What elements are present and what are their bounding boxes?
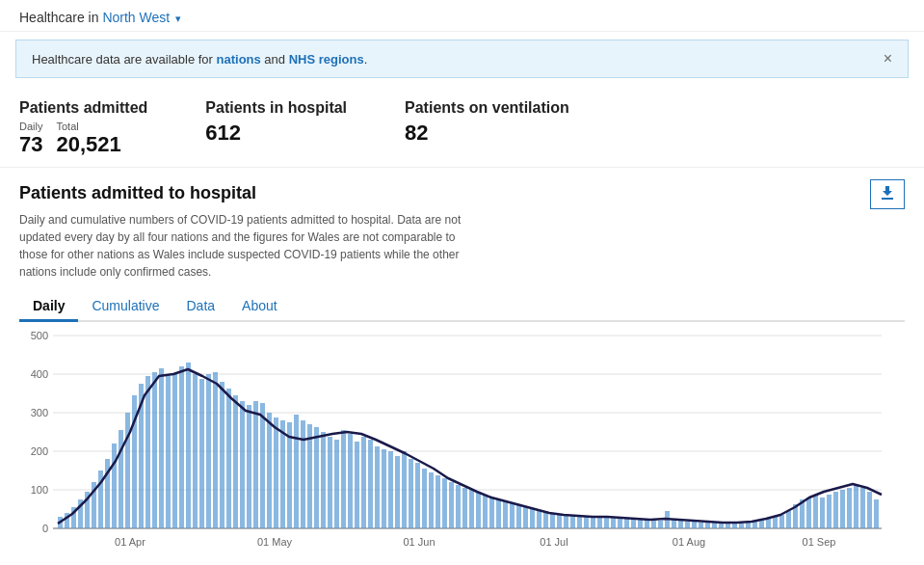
svg-rect-70 (402, 451, 407, 528)
svg-rect-67 (382, 449, 386, 528)
svg-rect-52 (280, 420, 285, 528)
tab-data[interactable]: Data (173, 292, 229, 322)
svg-rect-74 (429, 472, 434, 528)
svg-rect-90 (537, 511, 541, 528)
svg-rect-48 (253, 401, 258, 528)
svg-rect-132 (820, 498, 825, 528)
svg-rect-78 (456, 485, 461, 528)
svg-rect-47 (247, 405, 251, 528)
svg-rect-135 (840, 490, 845, 528)
svg-rect-99 (597, 517, 602, 528)
svg-text:200: 200 (31, 445, 48, 457)
stat-admitted: Patients admitted Daily 73 Total 20,521 (19, 99, 147, 157)
nhs-regions-link[interactable]: NHS regions (289, 52, 364, 67)
svg-rect-80 (469, 490, 474, 528)
svg-rect-104 (631, 519, 636, 528)
svg-rect-57 (314, 427, 319, 528)
svg-rect-27 (112, 444, 117, 528)
svg-rect-79 (462, 488, 467, 528)
svg-rect-0 (882, 198, 893, 200)
svg-rect-65 (368, 440, 373, 528)
chart-title: Patients admitted to hospital (19, 183, 256, 203)
tab-daily[interactable]: Daily (19, 292, 78, 322)
svg-rect-81 (476, 492, 481, 528)
svg-rect-32 (145, 376, 150, 528)
svg-rect-50 (267, 413, 272, 528)
svg-rect-115 (705, 523, 710, 528)
svg-rect-84 (496, 499, 501, 528)
svg-rect-134 (833, 492, 838, 528)
svg-rect-116 (712, 523, 717, 528)
svg-rect-64 (361, 437, 366, 528)
stat-ventilation-title: Patients on ventilation (405, 99, 569, 117)
svg-rect-38 (186, 363, 191, 528)
svg-text:400: 400 (31, 368, 48, 380)
svg-rect-83 (489, 498, 494, 528)
page-header: Healthcare in North West ▾ (0, 0, 924, 32)
daily-label: Daily (19, 121, 42, 132)
svg-rect-62 (348, 434, 353, 528)
svg-rect-76 (442, 478, 447, 528)
alert-banner: Healthcare data are available for nation… (15, 40, 909, 78)
svg-rect-101 (611, 518, 616, 528)
ventilation-value: 82 (405, 121, 428, 146)
svg-rect-100 (604, 517, 609, 528)
svg-text:01 May: 01 May (257, 536, 293, 548)
svg-rect-112 (685, 522, 690, 528)
svg-rect-122 (752, 522, 757, 528)
download-button[interactable] (870, 179, 905, 209)
svg-rect-46 (240, 401, 245, 528)
svg-rect-108 (658, 521, 663, 528)
svg-rect-103 (624, 519, 629, 528)
svg-rect-123 (759, 521, 764, 528)
svg-rect-69 (395, 456, 400, 528)
svg-text:500: 500 (31, 330, 48, 341)
svg-text:100: 100 (31, 484, 48, 496)
svg-rect-49 (260, 403, 265, 528)
svg-rect-36 (172, 374, 177, 528)
svg-rect-102 (618, 518, 622, 528)
svg-rect-51 (274, 417, 278, 528)
svg-rect-88 (523, 507, 528, 528)
svg-rect-113 (692, 522, 697, 528)
svg-rect-92 (550, 513, 555, 528)
alert-close-button[interactable]: × (884, 50, 892, 67)
svg-rect-89 (530, 509, 535, 528)
svg-rect-119 (732, 524, 737, 528)
chart-tabs: Daily Cumulative Data About (19, 292, 905, 322)
svg-rect-98 (591, 517, 595, 528)
svg-rect-138 (860, 488, 865, 528)
svg-text:01 Jun: 01 Jun (403, 536, 435, 548)
svg-rect-139 (867, 492, 872, 528)
in-hospital-value: 612 (205, 121, 241, 146)
region-link[interactable]: North West ▾ (102, 10, 181, 25)
svg-rect-85 (503, 501, 508, 528)
svg-rect-72 (415, 463, 420, 528)
tab-about[interactable]: About (228, 292, 291, 322)
daily-value: 73 (19, 132, 42, 157)
stat-in-hospital-title: Patients in hospital (205, 99, 347, 117)
svg-rect-86 (510, 503, 515, 528)
svg-rect-140 (874, 499, 879, 528)
dropdown-arrow-icon: ▾ (175, 13, 181, 24)
svg-text:0: 0 (42, 523, 48, 534)
svg-rect-87 (516, 505, 521, 528)
svg-rect-66 (375, 446, 380, 528)
svg-rect-43 (220, 382, 224, 528)
svg-rect-44 (226, 389, 231, 528)
svg-rect-93 (557, 514, 562, 528)
svg-rect-54 (294, 415, 299, 528)
svg-rect-114 (699, 523, 703, 528)
svg-rect-94 (564, 515, 568, 528)
svg-rect-35 (166, 376, 171, 528)
svg-text:300: 300 (31, 407, 48, 418)
svg-rect-61 (341, 430, 346, 528)
svg-rect-127 (786, 511, 791, 528)
svg-rect-41 (206, 374, 211, 528)
svg-text:01 Jul: 01 Jul (540, 536, 568, 548)
svg-rect-82 (483, 495, 488, 528)
svg-rect-95 (570, 515, 575, 528)
svg-rect-126 (779, 515, 784, 528)
tab-cumulative[interactable]: Cumulative (78, 292, 172, 322)
nations-link[interactable]: nations (217, 52, 261, 67)
